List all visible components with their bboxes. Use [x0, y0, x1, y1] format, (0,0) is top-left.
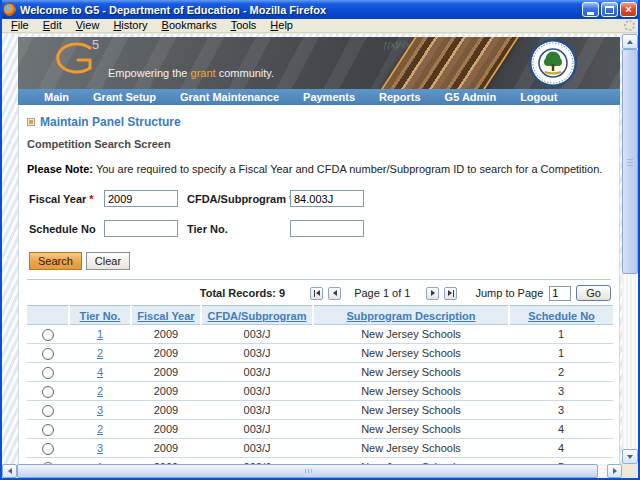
sort-tier-no[interactable]: Tier No.	[80, 310, 121, 322]
tier-link[interactable]: 3	[97, 404, 103, 416]
schedule-no-label: Schedule No	[29, 223, 95, 235]
go-button[interactable]: Go	[576, 285, 611, 301]
nav-item-grant-maintenance[interactable]: Grant Maintenance	[168, 89, 291, 105]
table-row: 4 2009 003/J New Jersey Schools 2	[27, 363, 613, 382]
menu-tools[interactable]: Tools	[224, 19, 264, 32]
cfda-input[interactable]	[290, 190, 364, 207]
nav-item-reports[interactable]: Reports	[367, 89, 433, 105]
total-records: Total Records: 9	[200, 287, 285, 299]
cfda-label: CFDA/Subprogram *	[187, 193, 281, 205]
last-page-button[interactable]	[444, 287, 457, 300]
nav-item-logout[interactable]: Logout	[508, 89, 569, 105]
menu-bookmarks[interactable]: Bookmarks	[155, 19, 224, 32]
search-form: Fiscal Year * CFDA/Subprogram * Schedule…	[27, 190, 611, 237]
panel-bullet-icon	[27, 118, 35, 126]
nav-item-grant-setup[interactable]: Grant Setup	[81, 89, 168, 105]
menu-bar: FileEditViewHistoryBookmarksToolsHelp	[2, 19, 638, 33]
row-radio[interactable]	[42, 424, 54, 436]
pagination-bar: Total Records: 9 Page 1 of 1 Jump to Pag…	[27, 285, 611, 301]
menu-help[interactable]: Help	[263, 19, 300, 32]
maintain-panel-structure-link[interactable]: Maintain Panel Structure	[40, 115, 181, 129]
tier-no-label: Tier No.	[187, 223, 281, 235]
menu-edit[interactable]: Edit	[36, 19, 69, 32]
menu-bar-items: FileEditViewHistoryBookmarksToolsHelp	[4, 19, 300, 32]
prev-page-button[interactable]	[328, 287, 341, 300]
vertical-scrollbar	[622, 34, 638, 478]
tier-link[interactable]: 2	[97, 385, 103, 397]
table-row: 1 2009 003/J New Jersey Schools 1	[27, 325, 613, 344]
nav-item-main[interactable]: Main	[32, 89, 81, 105]
row-radio[interactable]	[42, 443, 54, 455]
restore-button[interactable]	[601, 2, 618, 17]
page-viewport: 5 ƒ(x)/√x ∫ Empowering the grant communi…	[2, 34, 622, 464]
menu-view[interactable]: View	[69, 19, 107, 32]
scroll-down-button[interactable]	[622, 449, 638, 464]
row-radio[interactable]	[42, 348, 54, 360]
horizontal-scroll-thumb[interactable]	[17, 464, 598, 478]
tier-no-input[interactable]	[290, 220, 364, 237]
sort-subprogram-description[interactable]: Subprogram Description	[347, 310, 476, 322]
required-asterisk: *	[89, 193, 93, 205]
sort-fiscal-year[interactable]: Fiscal Year	[137, 310, 194, 322]
table-row: 2 2009 003/J New Jersey Schools 4	[27, 420, 613, 439]
first-page-button[interactable]	[310, 287, 323, 300]
title-bar: Welcome to G5 - Department of Education …	[0, 0, 640, 19]
window-title: Welcome to G5 - Department of Education …	[20, 4, 582, 16]
menu-file[interactable]: File	[4, 19, 36, 32]
fiscal-year-input[interactable]	[104, 190, 178, 207]
page-indicator: Page 1 of 1	[354, 287, 410, 299]
scroll-up-button[interactable]	[622, 34, 638, 49]
table-row: 2 2009 003/J New Jersey Schools 1	[27, 344, 613, 363]
tier-link[interactable]: 4	[97, 366, 103, 378]
tier-link[interactable]: 2	[97, 423, 103, 435]
vertical-scroll-thumb[interactable]	[622, 49, 638, 274]
please-note-text: Please Note: You are required to specify…	[27, 163, 611, 175]
nav-item-g5-admin[interactable]: G5 Admin	[433, 89, 509, 105]
row-radio[interactable]	[42, 386, 54, 398]
jump-to-page-input[interactable]	[549, 286, 571, 301]
menu-history[interactable]: History	[106, 19, 154, 32]
clear-button[interactable]: Clear	[86, 252, 130, 270]
tier-link[interactable]: 1	[97, 328, 103, 340]
row-radio[interactable]	[42, 367, 54, 379]
education-seal-icon	[528, 38, 578, 89]
browser-window: Welcome to G5 - Department of Education …	[0, 0, 640, 480]
table-row: 3 2009 003/J New Jersey Schools 3	[27, 401, 613, 420]
content-panel: Maintain Panel Structure Competition Sea…	[18, 105, 620, 464]
nav-item-payments[interactable]: Payments	[291, 89, 367, 105]
g5-logo-icon	[46, 39, 96, 83]
scroll-left-button[interactable]	[2, 464, 17, 478]
scrollbar-corner	[622, 464, 638, 478]
fiscal-year-label: Fiscal Year *	[29, 193, 95, 205]
page-title: Competition Search Screen	[27, 138, 611, 150]
next-page-button[interactable]	[426, 287, 439, 300]
pagination-top: Total Records: 9 Page 1 of 1 Jump to Pag…	[27, 285, 611, 301]
search-button[interactable]: Search	[29, 252, 82, 270]
table-row: 2 2009 003/J New Jersey Schools 3	[27, 382, 613, 401]
tier-link[interactable]: 2	[97, 347, 103, 359]
throbber-icon	[624, 20, 635, 31]
main-nav: MainGrant SetupGrant MaintenancePayments…	[18, 89, 620, 105]
sort-schedule-no[interactable]: Schedule No	[528, 310, 595, 322]
divider	[27, 279, 611, 280]
radio-column-header	[27, 306, 69, 325]
g5-logo-five: 5	[92, 37, 99, 52]
jump-to-page-label: Jump to Page	[475, 287, 543, 299]
scroll-right-button[interactable]	[607, 464, 622, 478]
sort-cfda-subprogram[interactable]: CFDA/Subprogram	[208, 310, 307, 322]
banner-tagline: Empowering the grant community.	[108, 67, 274, 79]
schedule-no-input[interactable]	[104, 220, 178, 237]
firefox-icon	[3, 3, 16, 16]
tier-link[interactable]: 3	[97, 442, 103, 454]
table-row: 3 2009 003/J New Jersey Schools 4	[27, 439, 613, 458]
row-radio[interactable]	[42, 405, 54, 417]
minimize-button[interactable]	[582, 2, 599, 17]
close-button[interactable]: ×	[620, 2, 637, 17]
horizontal-scrollbar	[2, 464, 622, 478]
table-header-row: Tier No. Fiscal Year CFDA/Subprogram Sub…	[27, 306, 613, 325]
g5-banner: 5 ƒ(x)/√x ∫ Empowering the grant communi…	[18, 37, 620, 89]
results-table: Tier No. Fiscal Year CFDA/Subprogram Sub…	[27, 305, 613, 464]
row-radio[interactable]	[42, 329, 54, 341]
